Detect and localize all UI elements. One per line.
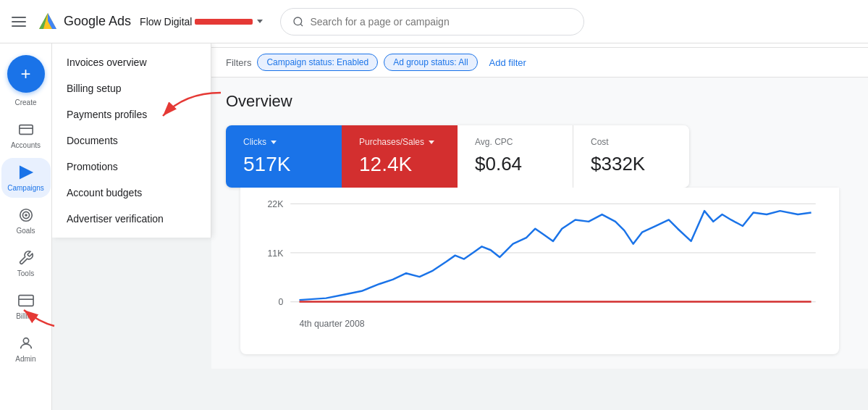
nav-item-create[interactable]: + Create <box>1 49 51 112</box>
stat-label-purchases: Purchases/Sales <box>359 137 440 147</box>
nav-label-billing: Billing <box>16 312 35 320</box>
stat-value-purchases: 12.4K <box>359 153 440 176</box>
filter-chip-adgroup-status[interactable]: Ad group status: All <box>384 54 477 71</box>
billing-icon <box>17 292 35 309</box>
stat-card-purchases[interactable]: Purchases/Sales 12.4K <box>342 125 458 188</box>
add-filter-button[interactable]: Add filter <box>484 54 532 71</box>
stat-label-cost: Cost <box>591 137 672 147</box>
stat-card-clicks[interactable]: Clicks 517K <box>226 125 342 188</box>
svg-text:4th quarter 2008: 4th quarter 2008 <box>299 319 364 329</box>
svg-point-9 <box>25 214 27 216</box>
logo-area: Google Ads <box>38 12 131 32</box>
search-input[interactable] <box>310 16 572 28</box>
nav-item-billing[interactable]: Billing <box>1 286 51 326</box>
account-selector[interactable]: Flow Digital <box>140 16 263 28</box>
sidebar-item-label: Account budgets <box>67 187 142 198</box>
goals-icon <box>17 206 35 224</box>
stat-value-cost: $332K <box>591 153 672 175</box>
nav-item-tools[interactable]: Tools <box>1 243 51 283</box>
stat-label-avg-cpc: Avg. CPC <box>475 137 555 147</box>
stat-value-avg-cpc: $0.64 <box>475 153 555 175</box>
header: Google Ads Flow Digital <box>0 0 868 43</box>
clicks-chevron-icon <box>271 141 277 144</box>
nav-label-create: Create <box>14 99 36 106</box>
purchases-chevron-icon <box>429 141 434 144</box>
sidebar-item-label: Payments profiles <box>67 109 147 120</box>
tools-icon <box>17 249 35 267</box>
stat-label-clicks: Clicks <box>243 137 324 147</box>
google-ads-logo-icon <box>38 12 58 32</box>
svg-rect-5 <box>19 125 32 135</box>
overview-title: Overview <box>226 92 854 111</box>
nav-item-admin[interactable]: Admin <box>1 329 51 369</box>
redacted-account-id <box>195 19 253 25</box>
nav-label-goals: Goals <box>16 227 35 235</box>
overview-chart: 22K 11K 0 4th quarter 2008 <box>255 195 825 338</box>
svg-point-3 <box>294 17 302 25</box>
nav-label-tools: Tools <box>17 269 34 277</box>
stat-card-cost[interactable]: Cost $332K <box>573 125 689 188</box>
sidebar-item-advertiser-verification[interactable]: Advertiser verification <box>52 206 211 232</box>
billing-sidebar-dropdown: Invoices overview Billing setup Payments… <box>52 43 211 238</box>
create-button[interactable]: + <box>7 55 45 93</box>
sidebar-item-promotions[interactable]: Promotions <box>52 154 211 180</box>
stat-value-clicks: 517K <box>243 153 324 176</box>
stats-row: Clicks 517K Purchases/Sales 12.4K Avg. C… <box>226 125 689 188</box>
nav-label-campaigns: Campaigns <box>7 184 44 192</box>
nav-label-admin: Admin <box>15 355 35 363</box>
sidebar-item-label: Billing setup <box>67 83 122 94</box>
sidebar-item-label: Documents <box>67 135 118 146</box>
filters-label: Filters <box>226 57 251 68</box>
left-nav: + Create Accounts Campaigns <box>0 43 52 369</box>
sidebar-item-account-budgets[interactable]: Account budgets <box>52 180 211 206</box>
accounts-icon <box>17 121 35 138</box>
nav-item-campaigns[interactable]: Campaigns <box>1 158 51 198</box>
sidebar-item-invoices-overview[interactable]: Invoices overview <box>52 49 211 75</box>
svg-text:0: 0 <box>279 297 284 307</box>
sidebar-item-label: Advertiser verification <box>67 213 164 225</box>
account-name: Flow Digital <box>140 16 192 28</box>
filters-bar: Filters Campaign status: Enabled Ad grou… <box>211 48 868 78</box>
svg-rect-10 <box>18 296 33 306</box>
sidebar-item-payments-profiles[interactable]: Payments profiles <box>52 101 211 127</box>
nav-item-accounts[interactable]: Accounts <box>1 115 51 155</box>
campaigns-icon <box>17 164 35 181</box>
hamburger-menu[interactable] <box>12 13 29 30</box>
sidebar-item-billing-setup[interactable]: Billing setup <box>52 75 211 101</box>
nav-item-goals[interactable]: Goals <box>1 201 51 240</box>
svg-text:22K: 22K <box>267 199 284 209</box>
main-content: View (2 filters) All campaigns Campaigns… <box>211 0 868 369</box>
sidebar-item-documents[interactable]: Documents <box>52 127 211 154</box>
svg-point-12 <box>23 338 28 343</box>
overview-section: Overview Clicks 517K Purchases/Sales 12.… <box>211 78 868 354</box>
nav-label-accounts: Accounts <box>11 141 41 149</box>
sidebar-item-label: Invoices overview <box>67 57 147 68</box>
admin-icon <box>17 335 35 352</box>
filter-chip-campaign-status[interactable]: Campaign status: Enabled <box>257 54 378 71</box>
search-icon <box>292 16 304 28</box>
stat-card-avg-cpc[interactable]: Avg. CPC $0.64 <box>458 125 573 188</box>
search-bar[interactable] <box>280 8 584 35</box>
sidebar-item-label: Promotions <box>67 161 118 172</box>
svg-text:11K: 11K <box>267 248 284 259</box>
chart-area: 22K 11K 0 4th quarter 2008 <box>240 188 839 354</box>
account-chevron-icon <box>257 20 263 23</box>
svg-line-4 <box>301 24 303 26</box>
app-name: Google Ads <box>64 14 131 29</box>
